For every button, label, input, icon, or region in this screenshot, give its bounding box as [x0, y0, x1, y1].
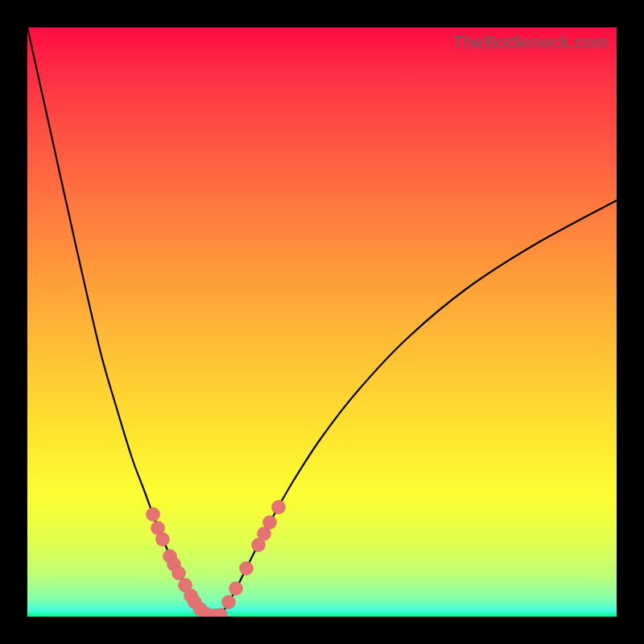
curve-lines — [27, 27, 617, 616]
data-marker — [272, 501, 286, 514]
plot-area: TheBottleneck.com — [27, 27, 617, 617]
data-marker — [172, 567, 186, 580]
data-marker — [156, 533, 170, 547]
data-marker — [147, 508, 160, 522]
data-marker — [222, 596, 236, 609]
curve-right-curve — [221, 200, 617, 615]
data-markers — [147, 501, 286, 617]
data-marker — [240, 562, 254, 576]
chart-container: TheBottleneck.com — [0, 0, 644, 644]
curve-left-curve — [27, 27, 206, 615]
chart-svg — [27, 27, 617, 617]
data-marker — [263, 516, 277, 530]
data-marker — [229, 582, 243, 596]
